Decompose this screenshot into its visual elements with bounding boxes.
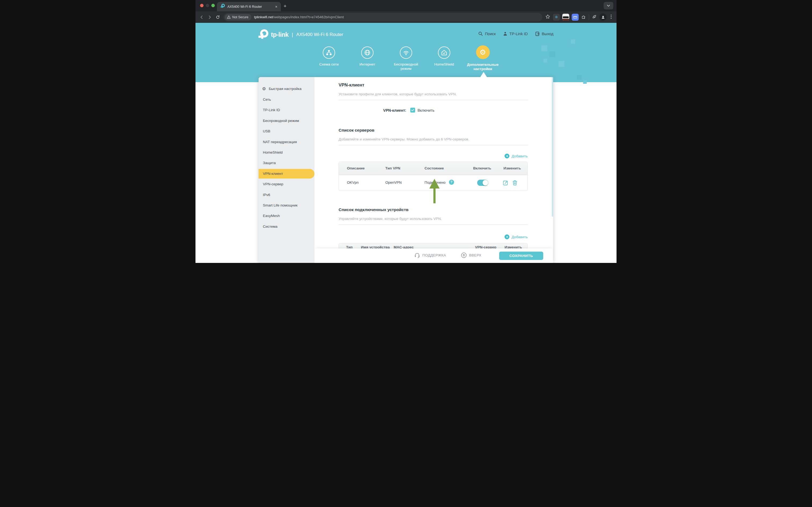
sidebar-item-system[interactable]: Система — [258, 222, 314, 231]
server-list-description: Добавляйте и изменяйте VPN-серверы. Можн… — [339, 137, 469, 141]
sidebar-item-usb[interactable]: USB — [258, 126, 314, 136]
col-edit: Изменить — [504, 166, 521, 170]
page-title: VPN-клиент — [339, 82, 364, 88]
advanced-settings-gear-icon: ⚙ — [476, 45, 490, 59]
internet-globe-icon — [361, 47, 373, 59]
decor-square — [543, 59, 547, 63]
brand-name: tp-link — [271, 31, 289, 39]
cell-vpn-type: OpenVPN — [385, 180, 402, 184]
browser-menu-kebab-icon[interactable] — [609, 14, 613, 20]
new-tab-button[interactable]: + — [284, 3, 287, 9]
support-button[interactable]: ПОДДЕРЖКА — [414, 252, 446, 258]
sidebar: ⚙Быстрая настройка Сеть TP-Link ID Беспр… — [258, 77, 314, 263]
divider — [339, 100, 528, 100]
tab-title: AX5400 Wi-Fi 6 Router — [227, 5, 275, 9]
router-model-title: AX5400 Wi-Fi 6 Router — [296, 32, 343, 37]
forward-icon[interactable] — [206, 13, 214, 21]
sidebar-item-smart-life[interactable]: Smart Life помощник — [258, 201, 314, 210]
decor-square — [571, 40, 575, 44]
top-nav-internet[interactable]: Интернет — [347, 47, 388, 67]
decor-square — [559, 61, 565, 67]
server-add-button[interactable]: + Добавить — [505, 154, 528, 158]
main-content: VPN-клиент Установите профили для клиент… — [314, 77, 553, 263]
wifi-icon — [400, 47, 412, 59]
sidebar-item-vpn-server[interactable]: VPN-сервер — [258, 179, 314, 189]
vpn-client-enable-checkbox[interactable] — [410, 108, 415, 113]
sidebar-item-vpn-client[interactable]: VPN-клиент — [258, 169, 314, 179]
extension-mask-icon[interactable] — [562, 14, 569, 21]
brand-separator: | — [292, 32, 293, 38]
plus-icon: + — [505, 154, 509, 158]
macos-close-button[interactable] — [200, 4, 204, 7]
sidebar-item-nat[interactable]: NAT переадресация — [258, 137, 314, 147]
tplink-logo-icon — [258, 29, 269, 40]
col-description: Описание — [347, 166, 365, 170]
headset-icon — [414, 252, 420, 258]
sidebar-item-easymesh[interactable]: EasyMesh — [258, 211, 314, 221]
extensions-puzzle-icon[interactable] — [581, 14, 586, 20]
save-button[interactable]: СОХРАНИТЬ — [499, 251, 543, 260]
warning-icon — [227, 15, 231, 19]
sidebar-item-tplink-id[interactable]: TP-Link ID — [258, 105, 314, 115]
logout-icon — [535, 32, 540, 36]
url-bar[interactable]: Not Secure tplinkwifi.net/webpages/index… — [223, 13, 542, 21]
check-icon — [411, 109, 414, 111]
edit-icon[interactable] — [503, 180, 509, 187]
back-icon[interactable] — [197, 13, 206, 21]
browser-tab[interactable]: AX5400 Wi-Fi 6 Router × — [217, 2, 281, 11]
up-arrow-circle-icon — [461, 252, 467, 258]
top-nav-advanced-settings[interactable]: ⚙ Дополнительныенастройки — [463, 46, 503, 71]
tab-close-icon[interactable]: × — [275, 5, 278, 9]
server-list-title: Список серверов — [339, 128, 374, 133]
settings-panel: ⚙Быстрая настройка Сеть TP-Link ID Беспр… — [258, 77, 553, 263]
bookmark-star-icon[interactable] — [545, 14, 550, 20]
screen: AX5400 Wi-Fi 6 Router × + Not Secure tpl… — [195, 0, 617, 263]
scroll-to-top-button[interactable]: ВВЕРХ — [461, 252, 481, 258]
top-nav-network-map[interactable]: Схема сети — [309, 47, 349, 67]
panel-scrollbar-thumb[interactable] — [552, 77, 553, 217]
toggle-knob — [482, 180, 488, 185]
tab-search-chevron-button[interactable] — [603, 2, 613, 9]
brand-logo: tp-link | AX5400 Wi-Fi 6 Router — [258, 29, 343, 40]
security-chip[interactable]: Not Secure — [225, 14, 251, 20]
header-search-button[interactable]: Поиск — [478, 32, 496, 36]
page-description: Установите профили для клиентов, которые… — [339, 92, 457, 96]
annotation-arrow-shaft — [433, 188, 436, 203]
server-enable-toggle[interactable] — [477, 180, 488, 186]
sidebar-item-security[interactable]: Защита — [258, 158, 314, 168]
decor-square — [549, 51, 555, 57]
col-enable: Включить — [473, 166, 491, 170]
delete-trash-icon[interactable] — [512, 180, 518, 187]
device-add-button[interactable]: + Добавить — [505, 234, 528, 239]
top-nav-wireless[interactable]: Беспроводнойрежим — [386, 47, 426, 71]
browser-profile-avatar[interactable] — [599, 13, 606, 21]
browser-tabstrip: AX5400 Wi-Fi 6 Router × + — [195, 0, 617, 11]
device-list-title: Список подключенных устройств — [339, 207, 408, 212]
macos-minimize-button[interactable] — [206, 4, 209, 7]
tplink-favicon — [221, 4, 225, 9]
sidebar-item-homeshield[interactable]: HomeShield — [258, 148, 314, 157]
sidebar-item-network[interactable]: Сеть — [258, 95, 314, 105]
header-tplink-id-button[interactable]: TP-Link ID — [503, 32, 528, 36]
status-help-icon[interactable]: ? — [449, 180, 454, 185]
sidebar-item-quick-setup[interactable]: ⚙Быстрая настройка — [258, 84, 314, 94]
cell-description: OKVpn — [347, 180, 359, 184]
annotation-arrow-icon — [429, 179, 440, 188]
sidebar-item-wireless[interactable]: Беспроводной режим — [258, 116, 314, 126]
top-nav-homeshield[interactable]: HomeShield — [424, 47, 464, 67]
person-icon — [503, 32, 508, 36]
macos-maximize-button[interactable] — [211, 4, 215, 7]
device-list-description: Управляйте устройствами, которые будут и… — [339, 217, 442, 221]
active-tab-pointer — [480, 72, 487, 77]
col-status: Состояние — [424, 166, 444, 170]
battery-saver-leaf-icon[interactable] — [591, 14, 597, 20]
reload-icon[interactable] — [214, 13, 222, 21]
search-icon — [478, 32, 483, 36]
plus-icon: + — [505, 234, 509, 239]
extension-ruler-icon[interactable] — [572, 14, 579, 21]
extension-react-icon[interactable]: ⚛ — [553, 14, 560, 21]
header-logout-button[interactable]: Выход — [535, 32, 554, 36]
sidebar-item-ipv6[interactable]: IPv6 — [258, 190, 314, 200]
decor-square — [577, 75, 582, 80]
url-text: tplinkwifi.net/webpages/index.html?t=e74… — [254, 15, 344, 19]
